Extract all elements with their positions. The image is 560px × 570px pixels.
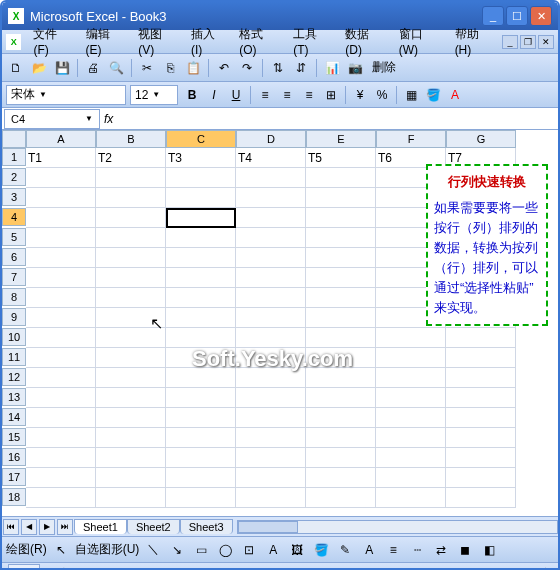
cell-A2[interactable] xyxy=(26,168,96,188)
row-header-13[interactable]: 13 xyxy=(2,388,26,406)
scroll-thumb[interactable] xyxy=(238,521,298,533)
align-center-icon[interactable]: ≡ xyxy=(277,85,297,105)
cell-A17[interactable] xyxy=(26,468,96,488)
cell-D6[interactable] xyxy=(236,248,306,268)
currency-icon[interactable]: ¥ xyxy=(350,85,370,105)
cell-G13[interactable] xyxy=(446,388,516,408)
hscrollbar[interactable] xyxy=(237,520,558,534)
cell-C18[interactable] xyxy=(166,488,236,508)
menu-tools[interactable]: 工具(T) xyxy=(287,24,337,59)
doc-close-button[interactable]: ✕ xyxy=(538,35,554,49)
cell-G16[interactable] xyxy=(446,448,516,468)
cell-F10[interactable] xyxy=(376,328,446,348)
cell-B13[interactable] xyxy=(96,388,166,408)
select-icon[interactable]: ↖ xyxy=(51,540,71,560)
cell-E1[interactable]: T5 xyxy=(306,148,376,168)
cell-C7[interactable] xyxy=(166,268,236,288)
cell-F13[interactable] xyxy=(376,388,446,408)
cell-B14[interactable] xyxy=(96,408,166,428)
cell-G10[interactable] xyxy=(446,328,516,348)
cell-D7[interactable] xyxy=(236,268,306,288)
cell-B2[interactable] xyxy=(96,168,166,188)
font-size-combo[interactable]: 12 ▼ xyxy=(130,85,178,105)
cell-F14[interactable] xyxy=(376,408,446,428)
cut-icon[interactable]: ✂ xyxy=(137,58,157,78)
workbook-icon[interactable]: X xyxy=(6,34,21,50)
cell-F18[interactable] xyxy=(376,488,446,508)
cell-A5[interactable] xyxy=(26,228,96,248)
cell-B9[interactable] xyxy=(96,308,166,328)
name-box[interactable]: C4 ▼ xyxy=(4,109,100,129)
cell-A18[interactable] xyxy=(26,488,96,508)
cell-G15[interactable] xyxy=(446,428,516,448)
clipart-icon[interactable]: 🖼 xyxy=(287,540,307,560)
cell-G17[interactable] xyxy=(446,468,516,488)
menu-view[interactable]: 视图(V) xyxy=(132,24,183,59)
font-name-combo[interactable]: 宋体 ▼ xyxy=(6,85,126,105)
cell-B12[interactable] xyxy=(96,368,166,388)
cell-E10[interactable] xyxy=(306,328,376,348)
fill-color-icon[interactable]: 🪣 xyxy=(423,85,443,105)
cell-A7[interactable] xyxy=(26,268,96,288)
cell-C2[interactable] xyxy=(166,168,236,188)
cell-B17[interactable] xyxy=(96,468,166,488)
cell-E3[interactable] xyxy=(306,188,376,208)
cell-D10[interactable] xyxy=(236,328,306,348)
cell-C6[interactable] xyxy=(166,248,236,268)
cell-E12[interactable] xyxy=(306,368,376,388)
cell-E17[interactable] xyxy=(306,468,376,488)
row-header-4[interactable]: 4 xyxy=(2,208,26,226)
cell-C15[interactable] xyxy=(166,428,236,448)
preview-icon[interactable]: 🔍 xyxy=(106,58,126,78)
tab-sheet1[interactable]: Sheet1 xyxy=(74,519,127,534)
font-color-icon[interactable]: A xyxy=(445,85,465,105)
tab-nav-prev[interactable]: ◀ xyxy=(21,519,37,535)
cell-A8[interactable] xyxy=(26,288,96,308)
cell-C10[interactable] xyxy=(166,328,236,348)
col-header-A[interactable]: A xyxy=(26,130,96,148)
cell-A4[interactable] xyxy=(26,208,96,228)
cell-F11[interactable] xyxy=(376,348,446,368)
tab-nav-next[interactable]: ▶ xyxy=(39,519,55,535)
sort-desc-icon[interactable]: ⇵ xyxy=(291,58,311,78)
cell-C17[interactable] xyxy=(166,468,236,488)
3d-icon[interactable]: ◧ xyxy=(479,540,499,560)
cell-D2[interactable] xyxy=(236,168,306,188)
cell-B8[interactable] xyxy=(96,288,166,308)
cell-C16[interactable] xyxy=(166,448,236,468)
row-header-17[interactable]: 17 xyxy=(2,468,26,486)
print-icon[interactable]: 🖨 xyxy=(83,58,103,78)
menu-data[interactable]: 数据(D) xyxy=(339,24,390,59)
cell-A6[interactable] xyxy=(26,248,96,268)
row-header-16[interactable]: 16 xyxy=(2,448,26,466)
col-header-F[interactable]: F xyxy=(376,130,446,148)
underline-icon[interactable]: U xyxy=(226,85,246,105)
row-header-10[interactable]: 10 xyxy=(2,328,26,346)
cell-A15[interactable] xyxy=(26,428,96,448)
cell-A14[interactable] xyxy=(26,408,96,428)
cell-E11[interactable] xyxy=(306,348,376,368)
cell-C8[interactable] xyxy=(166,288,236,308)
italic-icon[interactable]: I xyxy=(204,85,224,105)
cell-E4[interactable] xyxy=(306,208,376,228)
tab-sheet3[interactable]: Sheet3 xyxy=(180,519,233,534)
cell-D4[interactable] xyxy=(236,208,306,228)
cell-D16[interactable] xyxy=(236,448,306,468)
cell-A9[interactable] xyxy=(26,308,96,328)
dash-icon[interactable]: ┄ xyxy=(407,540,427,560)
fx-button[interactable]: fx xyxy=(100,112,117,126)
row-header-11[interactable]: 11 xyxy=(2,348,26,366)
cell-A11[interactable] xyxy=(26,348,96,368)
cell-E2[interactable] xyxy=(306,168,376,188)
cell-C12[interactable] xyxy=(166,368,236,388)
delete-label[interactable]: 删除 xyxy=(372,59,396,76)
row-header-8[interactable]: 8 xyxy=(2,288,26,306)
arrows-icon[interactable]: ⇄ xyxy=(431,540,451,560)
cell-D9[interactable] xyxy=(236,308,306,328)
wordart-icon[interactable]: A xyxy=(263,540,283,560)
row-header-3[interactable]: 3 xyxy=(2,188,26,206)
textbox-icon[interactable]: ⊡ xyxy=(239,540,259,560)
camera-icon[interactable]: 📷 xyxy=(345,58,365,78)
cell-F17[interactable] xyxy=(376,468,446,488)
percent-icon[interactable]: % xyxy=(372,85,392,105)
